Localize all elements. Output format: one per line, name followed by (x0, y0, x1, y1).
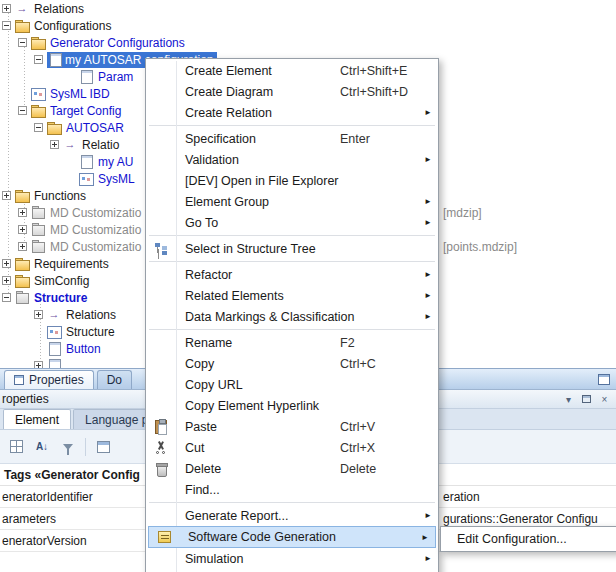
menu-item-validation[interactable]: Validation ► (146, 149, 438, 170)
collapse-icon[interactable] (2, 21, 11, 30)
menu-icon-slot (146, 60, 176, 81)
menu-item-refactor[interactable]: Refactor ► (146, 264, 438, 285)
tab-element[interactable]: Element (3, 409, 71, 429)
filter-icon[interactable] (59, 438, 77, 456)
collapse-icon[interactable] (34, 55, 43, 64)
element-icon (48, 53, 62, 66)
menu-item-create-relation[interactable]: Create Relation ► (146, 102, 438, 123)
tree-item-label: Target Config (48, 103, 123, 119)
float-panel-icon[interactable] (598, 374, 610, 385)
menu-shortcut: Ctrl+Shift+D (340, 85, 424, 99)
menu-item-copy-element-hyperlink[interactable]: Copy Element Hyperlink (146, 395, 438, 416)
tab-documentation[interactable]: Do (97, 370, 132, 389)
menu-item-create-diagram[interactable]: Create Diagram Ctrl+Shift+D (146, 81, 438, 102)
tree-item-label: MD Customizatio (48, 222, 143, 238)
application-window: → Relations Configurations Generator Con… (0, 0, 616, 572)
menu-item-label: Edit Configuration... (457, 532, 616, 546)
tree-item-label: Generator Configurations (48, 35, 187, 51)
menu-item-delete[interactable]: Delete Delete (146, 458, 438, 479)
menu-separator (149, 329, 435, 330)
expand-icon[interactable] (34, 361, 43, 368)
property-value[interactable]: eration (443, 490, 480, 504)
tree-item-generator-configurations[interactable]: Generator Configurations (0, 34, 616, 51)
tree-item-label: Relatio (80, 137, 121, 153)
panel-menu-icon[interactable]: ▾ (562, 393, 575, 406)
panel-close-icon[interactable]: × (598, 393, 611, 406)
panel-float-icon[interactable] (580, 393, 593, 406)
expand-icon[interactable] (2, 4, 11, 13)
tree-item-configurations[interactable]: Configurations (0, 17, 616, 34)
menu-item-element-group[interactable]: Element Group ► (146, 191, 438, 212)
diagram-icon (47, 325, 61, 338)
tree-item-suffix: [points.mdzip] (443, 240, 517, 254)
menu-item-find[interactable]: Find... (146, 479, 438, 500)
menu-item-paste[interactable]: Paste Ctrl+V (146, 416, 438, 437)
folder-icon (15, 257, 29, 270)
menu-item-label: Paste (176, 420, 340, 434)
columns-icon[interactable] (94, 438, 112, 456)
tab-properties[interactable]: Properties (4, 370, 94, 389)
menu-item-copy-url[interactable]: Copy URL (146, 374, 438, 395)
menu-icon-slot (146, 353, 176, 374)
menu-item-specification[interactable]: Specification Enter (146, 128, 438, 149)
submenu-item-edit-configuration[interactable]: Edit Configuration... (441, 528, 616, 550)
menu-item-related-elements[interactable]: Related Elements ► (146, 285, 438, 306)
menu-icon-slot (146, 128, 176, 149)
submenu-arrow-icon: ► (424, 291, 438, 300)
menu-item-copy[interactable]: Copy Ctrl+C (146, 353, 438, 374)
submenu-arrow-icon: ► (424, 554, 438, 563)
menu-shortcut: Ctrl+Shift+E (340, 64, 424, 78)
menu-icon-slot (146, 238, 176, 259)
collapse-icon[interactable] (2, 293, 11, 302)
submenu-arrow-icon: ► (424, 218, 438, 227)
menu-icon-slot (146, 548, 176, 569)
tree-item-label: Button (64, 341, 103, 357)
property-label: arameters (2, 512, 56, 526)
menu-icon-slot (146, 170, 176, 191)
menu-icon-slot (146, 416, 176, 437)
expand-icon[interactable] (34, 310, 43, 319)
menu-item-label: Data Markings & Classification (176, 310, 424, 324)
menu-item-create-element[interactable]: Create Element Ctrl+Shift+E (146, 60, 438, 81)
menu-item-cut[interactable]: Cut Ctrl+X (146, 437, 438, 458)
diagram-icon (79, 172, 93, 185)
relations-icon: → (63, 138, 77, 151)
expand-icon[interactable] (18, 242, 27, 251)
expand-icon[interactable] (50, 140, 59, 149)
menu-icon-slot (146, 505, 176, 526)
tree-item-label: SimConfig (32, 273, 91, 289)
menu-shortcut: F2 (340, 336, 424, 350)
menu-icon-slot (146, 149, 176, 170)
menu-item-rename[interactable]: Rename F2 (146, 332, 438, 353)
menu-icon-slot (146, 264, 176, 285)
property-label: eneratorIdentifier (2, 490, 93, 504)
menu-item-select-in-structure-tree[interactable]: Select in Structure Tree (146, 238, 438, 259)
sort-alpha-icon[interactable]: A↓ (33, 438, 51, 456)
collapse-icon[interactable] (18, 38, 27, 47)
expand-icon[interactable] (18, 208, 27, 217)
menu-item-software-code-generation[interactable]: Software Code Generation ► (148, 526, 436, 548)
expand-icon[interactable] (18, 225, 27, 234)
menu-item-dev-open-in-file-explorer[interactable]: [DEV] Open in File Explorer (146, 170, 438, 191)
menu-item-label: Element Group (176, 195, 424, 209)
menu-item-go-to[interactable]: Go To ► (146, 212, 438, 233)
menu-item-generate-report[interactable]: Generate Report... ► (146, 505, 438, 526)
element-icon (79, 70, 93, 83)
property-value[interactable]: gurations::Generator Configu (443, 512, 598, 526)
tree-item-label: AUTOSAR (64, 120, 126, 136)
menu-icon-slot (149, 527, 179, 547)
menu-item-label: Generate Report... (176, 509, 424, 523)
tree-item-label (64, 365, 68, 367)
float-glyph (582, 395, 591, 403)
grid-view-icon[interactable] (7, 438, 25, 456)
expand-icon[interactable] (2, 276, 11, 285)
collapse-icon[interactable] (34, 123, 43, 132)
menu-item-simulation[interactable]: Simulation ► (146, 548, 438, 569)
collapse-icon[interactable] (18, 106, 27, 115)
folder-icon (15, 189, 29, 202)
expand-icon[interactable] (2, 259, 11, 268)
menu-item-data-markings-classification[interactable]: Data Markings & Classification ► (146, 306, 438, 327)
expand-icon[interactable] (2, 191, 11, 200)
tree-item-relations[interactable]: → Relations (0, 0, 616, 17)
menu-separator (149, 502, 435, 503)
